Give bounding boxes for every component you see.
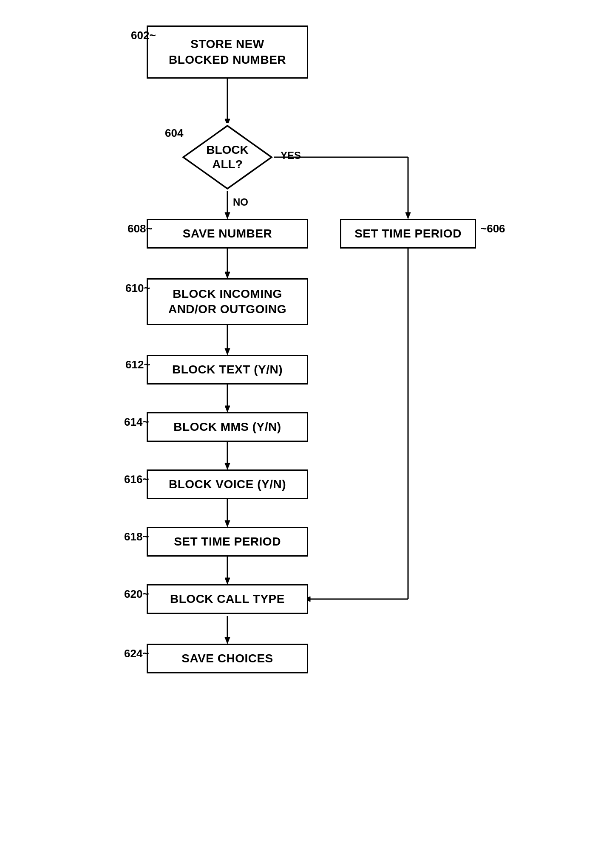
tag-624: 624~ [124, 647, 149, 660]
set-time-period-right-box: SET TIME PERIOD [340, 219, 476, 249]
svg-marker-8 [225, 272, 230, 278]
block-text-label: BLOCK TEXT (Y/N) [172, 363, 283, 376]
save-choices-box: SAVE CHOICES [147, 644, 308, 673]
tag-606: ~606 [480, 222, 505, 235]
set-time-period-left-box: SET TIME PERIOD [147, 527, 308, 557]
svg-marker-18 [225, 578, 230, 584]
tag-610: 610~ [125, 282, 150, 295]
svg-marker-6 [405, 212, 411, 219]
svg-marker-14 [225, 463, 230, 469]
svg-marker-16 [225, 520, 230, 527]
block-incoming-box: BLOCK INCOMING AND/OR OUTGOING [147, 278, 308, 325]
tag-620: 620~ [124, 588, 149, 601]
svg-marker-12 [225, 406, 230, 412]
block-call-type-box: BLOCK CALL TYPE [147, 584, 308, 614]
block-call-label: BLOCK CALL TYPE [170, 592, 285, 606]
block-all-diamond: BLOCK ALL? [181, 123, 274, 191]
save-number-box: SAVE NUMBER [147, 219, 308, 249]
tag-608: 608~ [128, 222, 153, 235]
block-text-box: BLOCK TEXT (Y/N) [147, 355, 308, 385]
block-mms-label: BLOCK MMS (Y/N) [173, 420, 281, 434]
tag-602: 602~ [131, 29, 156, 42]
svg-marker-23 [225, 637, 230, 644]
set-time-right-label: SET TIME PERIOD [354, 227, 462, 240]
set-time-left-label: SET TIME PERIOD [174, 535, 281, 549]
store-new-blocked-number-box: STORE NEW BLOCKED NUMBER [147, 25, 308, 79]
flowchart: STORE NEW BLOCKED NUMBER 602~ BLOCK ALL?… [0, 0, 601, 868]
block-incoming-label: BLOCK INCOMING AND/OR OUTGOING [168, 286, 286, 317]
tag-616: 616~ [124, 473, 149, 486]
tag-604: 604 [165, 127, 183, 140]
tag-614: 614~ [124, 416, 149, 429]
tag-618: 618~ [124, 530, 149, 543]
save-number-label: SAVE NUMBER [183, 227, 272, 240]
no-label: NO [233, 196, 248, 208]
block-voice-box: BLOCK VOICE (Y/N) [147, 469, 308, 499]
svg-marker-10 [225, 348, 230, 355]
save-choices-label: SAVE CHOICES [181, 652, 273, 665]
block-all-label: BLOCK ALL? [204, 143, 251, 171]
tag-612: 612~ [125, 358, 150, 371]
block-voice-label: BLOCK VOICE (Y/N) [169, 478, 286, 491]
block-mms-box: BLOCK MMS (Y/N) [147, 412, 308, 442]
yes-label: YES [281, 150, 301, 161]
svg-marker-3 [225, 212, 230, 219]
store-new-label: STORE NEW BLOCKED NUMBER [169, 37, 286, 68]
